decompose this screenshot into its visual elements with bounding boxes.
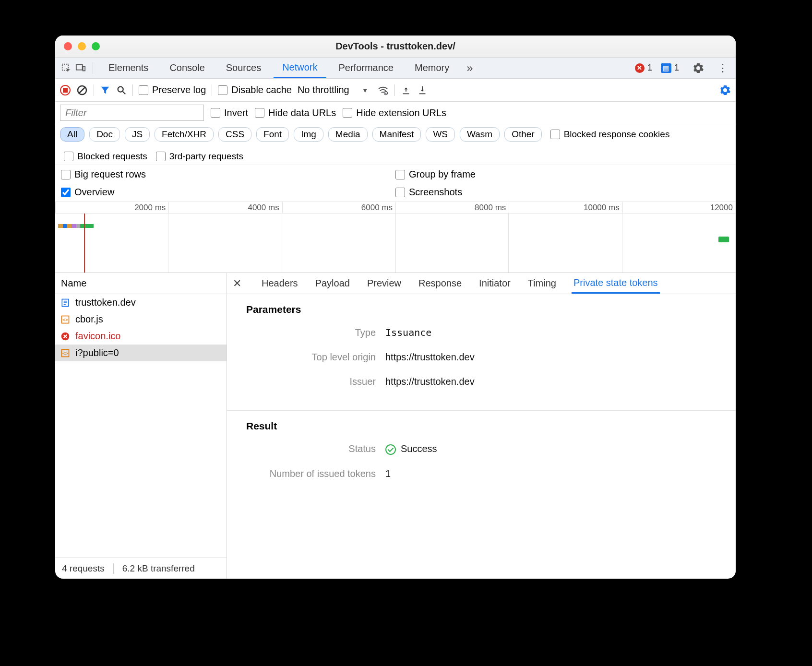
device-toolbar-icon[interactable] bbox=[75, 63, 86, 73]
request-row[interactable]: <>cbor.js bbox=[55, 311, 227, 328]
type-pill-css[interactable]: CSS bbox=[218, 127, 251, 142]
more-menu-icon[interactable]: ⋮ bbox=[713, 62, 733, 74]
type-pill-wasm[interactable]: Wasm bbox=[460, 127, 500, 142]
doc-icon bbox=[60, 297, 71, 308]
param-value: https://trusttoken.dev bbox=[385, 376, 475, 387]
network-conditions-icon[interactable] bbox=[377, 84, 389, 96]
tab-network[interactable]: Network bbox=[274, 58, 326, 78]
request-name: trusttoken.dev bbox=[75, 297, 136, 308]
search-icon[interactable] bbox=[116, 85, 127, 95]
detail-tab-timing[interactable]: Timing bbox=[526, 273, 558, 294]
param-value: https://trusttoken.dev bbox=[385, 352, 475, 363]
tab-console[interactable]: Console bbox=[161, 58, 213, 78]
tab-performance[interactable]: Performance bbox=[330, 58, 403, 78]
request-name: favicon.ico bbox=[75, 331, 121, 342]
divider bbox=[94, 84, 94, 96]
throttling-select[interactable]: No throttling ▼ bbox=[298, 84, 369, 95]
titlebar: DevTools - trusttoken.dev/ bbox=[55, 36, 736, 58]
clear-icon[interactable] bbox=[76, 84, 88, 96]
type-pill-manifest[interactable]: Manifest bbox=[372, 127, 421, 142]
tab-sources[interactable]: Sources bbox=[217, 58, 270, 78]
load-marker bbox=[84, 214, 85, 273]
detail-tab-private-state-tokens[interactable]: Private state tokens bbox=[572, 273, 660, 294]
timeline-overview[interactable]: 2000 ms4000 ms6000 ms8000 ms10000 ms1200… bbox=[55, 202, 736, 273]
hide-data-urls-checkbox[interactable]: Hide data URLs bbox=[255, 107, 336, 119]
type-pill-doc[interactable]: Doc bbox=[89, 127, 120, 142]
error-count[interactable]: ✕ 1 bbox=[635, 63, 652, 73]
type-pill-all[interactable]: All bbox=[60, 127, 84, 142]
options-row: Big request rows Overview Group by frame… bbox=[55, 165, 736, 202]
filter-icon[interactable] bbox=[100, 85, 110, 95]
throttling-value: No throttling bbox=[298, 84, 349, 95]
result-key: Number of issued tokens bbox=[246, 468, 385, 479]
svg-point-5 bbox=[118, 86, 123, 92]
hide-ext-label: Hide extension URLs bbox=[356, 107, 446, 119]
hide-extension-urls-checkbox[interactable]: Hide extension URLs bbox=[343, 107, 446, 119]
type-pill-font[interactable]: Font bbox=[256, 127, 289, 142]
param-row: Issuerhttps://trusttoken.dev bbox=[246, 376, 716, 387]
result-section: Result StatusSuccessNumber of issued tok… bbox=[227, 411, 736, 502]
blocked-cookies-checkbox[interactable]: Blocked response cookies bbox=[550, 129, 670, 140]
export-har-icon[interactable] bbox=[401, 85, 411, 95]
third-party-checkbox[interactable]: 3rd-party requests bbox=[156, 151, 243, 162]
tick: 4000 ms bbox=[168, 202, 282, 213]
tab-elements[interactable]: Elements bbox=[100, 58, 157, 78]
result-heading: Result bbox=[246, 420, 716, 432]
settings-icon[interactable] bbox=[693, 62, 704, 74]
type-pill-media[interactable]: Media bbox=[328, 127, 368, 142]
detail-tabs: ✕ HeadersPayloadPreviewResponseInitiator… bbox=[227, 273, 736, 294]
filter-row: Invert Hide data URLs Hide extension URL… bbox=[55, 102, 736, 124]
issue-count-value: 1 bbox=[674, 63, 679, 73]
type-pill-ws[interactable]: WS bbox=[426, 127, 455, 142]
request-row[interactable]: <>i?public=0 bbox=[55, 345, 227, 361]
name-header[interactable]: Name bbox=[55, 273, 227, 294]
disable-cache-checkbox[interactable]: Disable cache bbox=[218, 84, 292, 95]
import-har-icon[interactable] bbox=[417, 85, 428, 95]
request-name: i?public=0 bbox=[75, 347, 119, 358]
close-detail-icon[interactable]: ✕ bbox=[233, 277, 246, 290]
type-filter-row: AllDocJSFetch/XHRCSSFontImgMediaManifest… bbox=[55, 124, 736, 165]
detail-tab-initiator[interactable]: Initiator bbox=[477, 273, 513, 294]
network-settings-icon[interactable] bbox=[719, 84, 731, 96]
type-pill-other[interactable]: Other bbox=[504, 127, 542, 142]
blocked-cookies-label: Blocked response cookies bbox=[564, 129, 670, 140]
minimize-window-button[interactable] bbox=[78, 42, 86, 50]
zoom-window-button[interactable] bbox=[92, 42, 100, 50]
filter-input[interactable] bbox=[60, 105, 204, 121]
main-area: Name trusttoken.dev<>cbor.jsfavicon.ico<… bbox=[55, 273, 736, 579]
detail-tab-payload[interactable]: Payload bbox=[313, 273, 352, 294]
svg-rect-1 bbox=[76, 64, 83, 70]
issue-count[interactable]: ▤ 1 bbox=[661, 63, 679, 73]
disable-cache-label: Disable cache bbox=[231, 84, 292, 95]
detail-panel: ✕ HeadersPayloadPreviewResponseInitiator… bbox=[227, 273, 736, 579]
request-row[interactable]: trusttoken.dev bbox=[55, 294, 227, 311]
screenshots-checkbox[interactable]: Screenshots bbox=[395, 187, 730, 198]
detail-tab-preview[interactable]: Preview bbox=[365, 273, 403, 294]
divider bbox=[132, 84, 133, 96]
devtools-window: DevTools - trusttoken.dev/ ElementsConso… bbox=[55, 36, 736, 579]
tab-memory[interactable]: Memory bbox=[406, 58, 458, 78]
result-value: Success bbox=[385, 443, 437, 455]
window-title: DevTools - trusttoken.dev/ bbox=[55, 41, 736, 52]
close-window-button[interactable] bbox=[64, 42, 72, 50]
invert-checkbox[interactable]: Invert bbox=[211, 107, 248, 119]
blocked-requests-checkbox[interactable]: Blocked requests bbox=[64, 151, 147, 162]
type-pill-js[interactable]: JS bbox=[125, 127, 150, 142]
inspect-icon[interactable] bbox=[61, 63, 72, 73]
type-pill-fetchxhr[interactable]: Fetch/XHR bbox=[155, 127, 214, 142]
success-icon bbox=[385, 444, 396, 455]
type-pill-img[interactable]: Img bbox=[294, 127, 323, 142]
panel-tabs: ElementsConsoleSourcesNetworkPerformance… bbox=[55, 58, 736, 79]
detail-tab-response[interactable]: Response bbox=[417, 273, 464, 294]
divider bbox=[394, 84, 395, 96]
preserve-log-checkbox[interactable]: Preserve log bbox=[139, 84, 206, 95]
request-row[interactable]: favicon.ico bbox=[55, 328, 227, 345]
detail-tab-headers[interactable]: Headers bbox=[260, 273, 300, 294]
big-request-rows-checkbox[interactable]: Big request rows bbox=[61, 169, 395, 180]
more-tabs-icon[interactable]: » bbox=[462, 61, 478, 75]
overview-checkbox[interactable]: Overview bbox=[61, 187, 395, 198]
group-by-frame-checkbox[interactable]: Group by frame bbox=[395, 169, 730, 180]
tick: 2000 ms bbox=[55, 202, 168, 213]
record-button[interactable] bbox=[60, 85, 71, 95]
param-row: TypeIssuance bbox=[246, 327, 716, 338]
